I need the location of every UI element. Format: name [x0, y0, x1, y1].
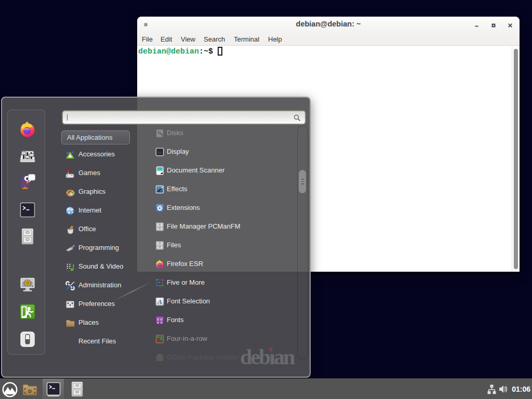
svg-text:D: D: [28, 389, 32, 394]
svg-text:a: a: [161, 320, 163, 325]
svg-text:A: A: [157, 298, 162, 305]
